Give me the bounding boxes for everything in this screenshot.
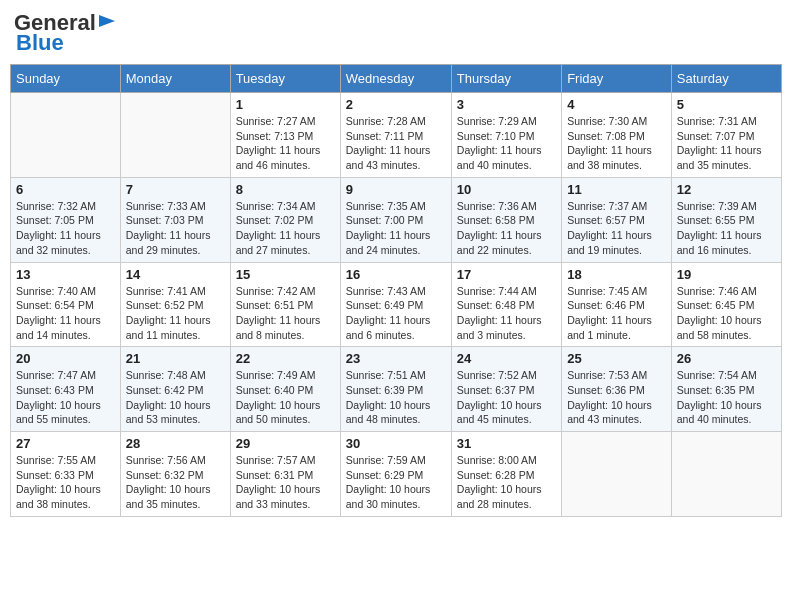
day-number: 8: [236, 182, 335, 197]
day-info: Sunrise: 7:45 AMSunset: 6:46 PMDaylight:…: [567, 284, 666, 343]
calendar-cell: [671, 432, 781, 517]
calendar-cell: 3Sunrise: 7:29 AMSunset: 7:10 PMDaylight…: [451, 93, 561, 178]
calendar-cell: 19Sunrise: 7:46 AMSunset: 6:45 PMDayligh…: [671, 262, 781, 347]
svg-marker-0: [99, 15, 115, 27]
calendar-cell: 20Sunrise: 7:47 AMSunset: 6:43 PMDayligh…: [11, 347, 121, 432]
day-info: Sunrise: 7:44 AMSunset: 6:48 PMDaylight:…: [457, 284, 556, 343]
day-number: 17: [457, 267, 556, 282]
day-number: 26: [677, 351, 776, 366]
calendar-week-row: 6Sunrise: 7:32 AMSunset: 7:05 PMDaylight…: [11, 177, 782, 262]
header-wednesday: Wednesday: [340, 65, 451, 93]
day-number: 11: [567, 182, 666, 197]
day-number: 5: [677, 97, 776, 112]
day-info: Sunrise: 7:51 AMSunset: 6:39 PMDaylight:…: [346, 368, 446, 427]
day-number: 2: [346, 97, 446, 112]
page-header: General Blue: [10, 10, 782, 56]
day-info: Sunrise: 7:52 AMSunset: 6:37 PMDaylight:…: [457, 368, 556, 427]
day-number: 9: [346, 182, 446, 197]
day-info: Sunrise: 7:57 AMSunset: 6:31 PMDaylight:…: [236, 453, 335, 512]
calendar-table: SundayMondayTuesdayWednesdayThursdayFrid…: [10, 64, 782, 517]
day-number: 10: [457, 182, 556, 197]
day-info: Sunrise: 7:29 AMSunset: 7:10 PMDaylight:…: [457, 114, 556, 173]
header-saturday: Saturday: [671, 65, 781, 93]
day-info: Sunrise: 7:55 AMSunset: 6:33 PMDaylight:…: [16, 453, 115, 512]
calendar-week-row: 13Sunrise: 7:40 AMSunset: 6:54 PMDayligh…: [11, 262, 782, 347]
calendar-cell: 11Sunrise: 7:37 AMSunset: 6:57 PMDayligh…: [562, 177, 672, 262]
day-number: 14: [126, 267, 225, 282]
day-number: 27: [16, 436, 115, 451]
calendar-cell: 6Sunrise: 7:32 AMSunset: 7:05 PMDaylight…: [11, 177, 121, 262]
calendar-cell: 14Sunrise: 7:41 AMSunset: 6:52 PMDayligh…: [120, 262, 230, 347]
calendar-cell: 15Sunrise: 7:42 AMSunset: 6:51 PMDayligh…: [230, 262, 340, 347]
calendar-cell: 2Sunrise: 7:28 AMSunset: 7:11 PMDaylight…: [340, 93, 451, 178]
day-number: 29: [236, 436, 335, 451]
day-number: 7: [126, 182, 225, 197]
header-sunday: Sunday: [11, 65, 121, 93]
day-number: 22: [236, 351, 335, 366]
header-thursday: Thursday: [451, 65, 561, 93]
day-number: 6: [16, 182, 115, 197]
day-number: 18: [567, 267, 666, 282]
day-number: 30: [346, 436, 446, 451]
calendar-cell: 13Sunrise: 7:40 AMSunset: 6:54 PMDayligh…: [11, 262, 121, 347]
calendar-week-row: 27Sunrise: 7:55 AMSunset: 6:33 PMDayligh…: [11, 432, 782, 517]
header-tuesday: Tuesday: [230, 65, 340, 93]
day-number: 16: [346, 267, 446, 282]
calendar-cell: [562, 432, 672, 517]
day-info: Sunrise: 7:34 AMSunset: 7:02 PMDaylight:…: [236, 199, 335, 258]
day-info: Sunrise: 7:33 AMSunset: 7:03 PMDaylight:…: [126, 199, 225, 258]
day-info: Sunrise: 7:49 AMSunset: 6:40 PMDaylight:…: [236, 368, 335, 427]
logo-blue-text: Blue: [16, 30, 64, 55]
day-number: 15: [236, 267, 335, 282]
calendar-cell: 4Sunrise: 7:30 AMSunset: 7:08 PMDaylight…: [562, 93, 672, 178]
day-info: Sunrise: 7:43 AMSunset: 6:49 PMDaylight:…: [346, 284, 446, 343]
day-info: Sunrise: 7:35 AMSunset: 7:00 PMDaylight:…: [346, 199, 446, 258]
calendar-cell: 27Sunrise: 7:55 AMSunset: 6:33 PMDayligh…: [11, 432, 121, 517]
day-info: Sunrise: 7:36 AMSunset: 6:58 PMDaylight:…: [457, 199, 556, 258]
day-number: 20: [16, 351, 115, 366]
calendar-cell: 28Sunrise: 7:56 AMSunset: 6:32 PMDayligh…: [120, 432, 230, 517]
calendar-cell: 9Sunrise: 7:35 AMSunset: 7:00 PMDaylight…: [340, 177, 451, 262]
day-number: 4: [567, 97, 666, 112]
day-number: 23: [346, 351, 446, 366]
day-info: Sunrise: 7:28 AMSunset: 7:11 PMDaylight:…: [346, 114, 446, 173]
calendar-cell: 29Sunrise: 7:57 AMSunset: 6:31 PMDayligh…: [230, 432, 340, 517]
day-info: Sunrise: 7:47 AMSunset: 6:43 PMDaylight:…: [16, 368, 115, 427]
header-friday: Friday: [562, 65, 672, 93]
day-number: 3: [457, 97, 556, 112]
day-number: 12: [677, 182, 776, 197]
day-info: Sunrise: 7:54 AMSunset: 6:35 PMDaylight:…: [677, 368, 776, 427]
calendar-cell: 16Sunrise: 7:43 AMSunset: 6:49 PMDayligh…: [340, 262, 451, 347]
calendar-header-row: SundayMondayTuesdayWednesdayThursdayFrid…: [11, 65, 782, 93]
day-info: Sunrise: 7:40 AMSunset: 6:54 PMDaylight:…: [16, 284, 115, 343]
calendar-cell: 31Sunrise: 8:00 AMSunset: 6:28 PMDayligh…: [451, 432, 561, 517]
day-info: Sunrise: 7:53 AMSunset: 6:36 PMDaylight:…: [567, 368, 666, 427]
calendar-cell: 30Sunrise: 7:59 AMSunset: 6:29 PMDayligh…: [340, 432, 451, 517]
calendar-cell: 22Sunrise: 7:49 AMSunset: 6:40 PMDayligh…: [230, 347, 340, 432]
calendar-cell: 8Sunrise: 7:34 AMSunset: 7:02 PMDaylight…: [230, 177, 340, 262]
calendar-cell: [120, 93, 230, 178]
day-info: Sunrise: 8:00 AMSunset: 6:28 PMDaylight:…: [457, 453, 556, 512]
day-info: Sunrise: 7:46 AMSunset: 6:45 PMDaylight:…: [677, 284, 776, 343]
calendar-cell: 17Sunrise: 7:44 AMSunset: 6:48 PMDayligh…: [451, 262, 561, 347]
calendar-cell: 7Sunrise: 7:33 AMSunset: 7:03 PMDaylight…: [120, 177, 230, 262]
day-info: Sunrise: 7:41 AMSunset: 6:52 PMDaylight:…: [126, 284, 225, 343]
day-info: Sunrise: 7:32 AMSunset: 7:05 PMDaylight:…: [16, 199, 115, 258]
day-number: 13: [16, 267, 115, 282]
day-info: Sunrise: 7:39 AMSunset: 6:55 PMDaylight:…: [677, 199, 776, 258]
calendar-week-row: 1Sunrise: 7:27 AMSunset: 7:13 PMDaylight…: [11, 93, 782, 178]
day-info: Sunrise: 7:56 AMSunset: 6:32 PMDaylight:…: [126, 453, 225, 512]
day-number: 21: [126, 351, 225, 366]
header-monday: Monday: [120, 65, 230, 93]
day-info: Sunrise: 7:37 AMSunset: 6:57 PMDaylight:…: [567, 199, 666, 258]
calendar-cell: 1Sunrise: 7:27 AMSunset: 7:13 PMDaylight…: [230, 93, 340, 178]
calendar-cell: [11, 93, 121, 178]
calendar-cell: 23Sunrise: 7:51 AMSunset: 6:39 PMDayligh…: [340, 347, 451, 432]
calendar-cell: 25Sunrise: 7:53 AMSunset: 6:36 PMDayligh…: [562, 347, 672, 432]
day-number: 19: [677, 267, 776, 282]
calendar-cell: 26Sunrise: 7:54 AMSunset: 6:35 PMDayligh…: [671, 347, 781, 432]
calendar-cell: 12Sunrise: 7:39 AMSunset: 6:55 PMDayligh…: [671, 177, 781, 262]
day-info: Sunrise: 7:27 AMSunset: 7:13 PMDaylight:…: [236, 114, 335, 173]
day-number: 31: [457, 436, 556, 451]
calendar-week-row: 20Sunrise: 7:47 AMSunset: 6:43 PMDayligh…: [11, 347, 782, 432]
